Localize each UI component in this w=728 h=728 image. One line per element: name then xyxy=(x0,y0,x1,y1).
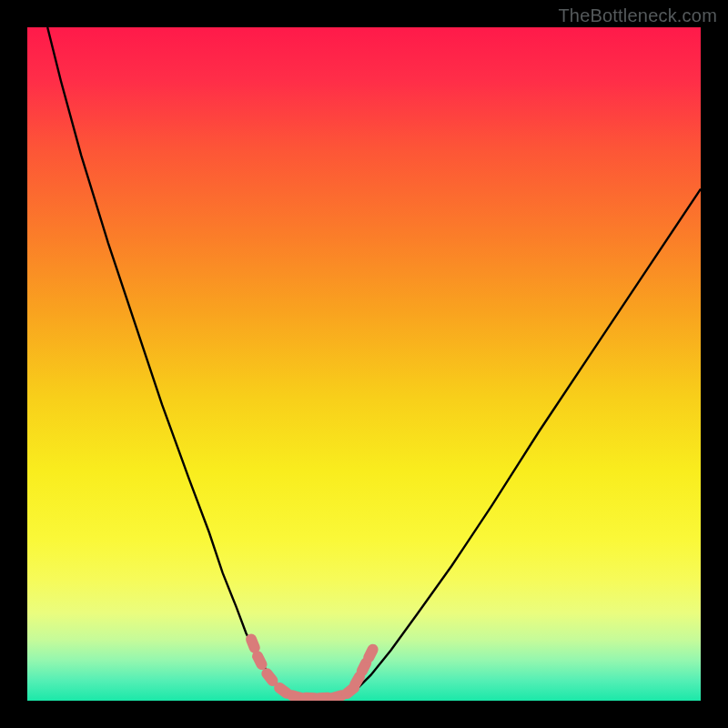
background-gradient xyxy=(27,27,701,701)
svg-rect-0 xyxy=(27,27,701,701)
watermark-text: TheBottleneck.com xyxy=(558,5,717,26)
chart-frame: TheBottleneck.com xyxy=(0,0,728,728)
plot-area xyxy=(27,27,701,701)
